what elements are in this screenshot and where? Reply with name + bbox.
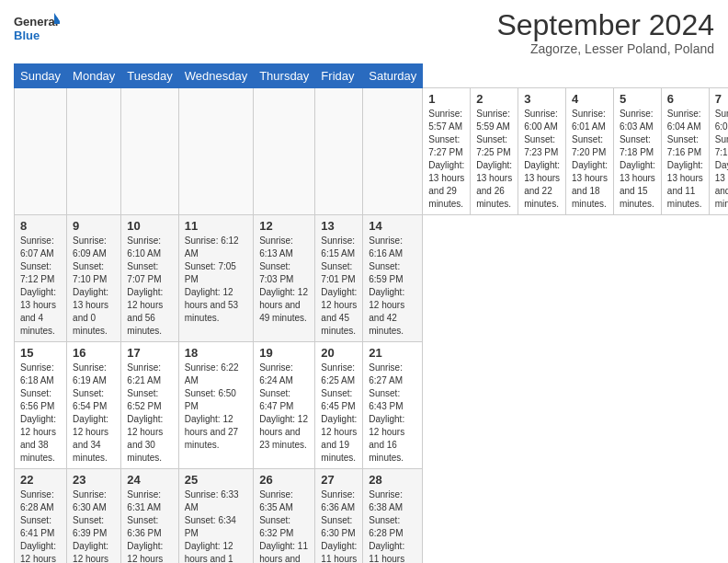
table-row: 7 Sunrise: 6:06 AM Sunset: 7:14 PM Dayli… [709, 88, 728, 215]
table-row: 18 Sunrise: 6:22 AM Sunset: 6:50 PM Dayl… [178, 342, 253, 469]
calendar-week-row: 1 Sunrise: 5:57 AM Sunset: 7:27 PM Dayli… [15, 88, 729, 215]
day-number: 18 [185, 346, 247, 360]
day-info: Sunrise: 6:13 AM Sunset: 7:03 PM Dayligh… [259, 235, 309, 325]
day-number: 4 [572, 92, 608, 106]
table-row: 14 Sunrise: 6:16 AM Sunset: 6:59 PM Dayl… [363, 215, 423, 342]
header-sunday: Sunday [15, 64, 67, 88]
table-row [254, 88, 315, 215]
day-number: 25 [185, 473, 247, 487]
day-info: Sunrise: 6:21 AM Sunset: 6:52 PM Dayligh… [127, 362, 172, 465]
svg-text:General: General [14, 15, 58, 29]
table-row: 9 Sunrise: 6:09 AM Sunset: 7:10 PM Dayli… [67, 215, 121, 342]
table-row: 8 Sunrise: 6:07 AM Sunset: 7:12 PM Dayli… [15, 215, 67, 342]
days-header-row: Sunday Monday Tuesday Wednesday Thursday… [15, 64, 729, 88]
day-info: Sunrise: 6:00 AM Sunset: 7:23 PM Dayligh… [524, 108, 560, 211]
day-info: Sunrise: 6:28 AM Sunset: 6:41 PM Dayligh… [20, 488, 61, 563]
day-number: 27 [321, 473, 357, 487]
day-info: Sunrise: 6:36 AM Sunset: 6:30 PM Dayligh… [321, 488, 357, 563]
table-row: 13 Sunrise: 6:15 AM Sunset: 7:01 PM Dayl… [315, 215, 363, 342]
day-info: Sunrise: 6:27 AM Sunset: 6:43 PM Dayligh… [369, 362, 416, 465]
day-number: 15 [20, 346, 61, 360]
day-info: Sunrise: 6:15 AM Sunset: 7:01 PM Dayligh… [321, 235, 357, 338]
header-monday: Monday [67, 64, 121, 88]
day-number: 23 [73, 473, 115, 487]
day-number: 19 [259, 346, 309, 360]
month-year-title: September 2024 [496, 9, 714, 41]
day-info: Sunrise: 6:19 AM Sunset: 6:54 PM Dayligh… [73, 362, 115, 465]
calendar-week-row: 15 Sunrise: 6:18 AM Sunset: 6:56 PM Dayl… [15, 342, 729, 469]
table-row: 15 Sunrise: 6:18 AM Sunset: 6:56 PM Dayl… [15, 342, 67, 469]
table-row: 27 Sunrise: 6:36 AM Sunset: 6:30 PM Dayl… [315, 469, 363, 563]
day-info: Sunrise: 6:09 AM Sunset: 7:10 PM Dayligh… [73, 235, 115, 338]
header-tuesday: Tuesday [121, 64, 178, 88]
day-number: 9 [73, 219, 115, 233]
table-row: 3 Sunrise: 6:00 AM Sunset: 7:23 PM Dayli… [518, 88, 566, 215]
day-info: Sunrise: 6:03 AM Sunset: 7:18 PM Dayligh… [620, 108, 655, 211]
header-wednesday: Wednesday [178, 64, 253, 88]
day-info: Sunrise: 6:35 AM Sunset: 6:32 PM Dayligh… [259, 488, 309, 563]
calendar-table: Sunday Monday Tuesday Wednesday Thursday… [14, 63, 728, 563]
day-info: Sunrise: 6:18 AM Sunset: 6:56 PM Dayligh… [20, 362, 61, 465]
day-info: Sunrise: 6:04 AM Sunset: 7:16 PM Dayligh… [667, 108, 703, 211]
day-number: 16 [73, 346, 115, 360]
table-row: 28 Sunrise: 6:38 AM Sunset: 6:28 PM Dayl… [363, 469, 423, 563]
day-number: 14 [369, 219, 416, 233]
table-row: 21 Sunrise: 6:27 AM Sunset: 6:43 PM Dayl… [363, 342, 423, 469]
day-number: 6 [667, 92, 703, 106]
svg-text:Blue: Blue [14, 29, 40, 42]
table-row [121, 88, 178, 215]
day-number: 28 [369, 473, 416, 487]
day-number: 12 [259, 219, 309, 233]
day-info: Sunrise: 6:06 AM Sunset: 7:14 PM Dayligh… [715, 108, 728, 211]
day-info: Sunrise: 6:38 AM Sunset: 6:28 PM Dayligh… [369, 488, 416, 563]
table-row: 2 Sunrise: 5:59 AM Sunset: 7:25 PM Dayli… [471, 88, 518, 215]
table-row: 5 Sunrise: 6:03 AM Sunset: 7:18 PM Dayli… [613, 88, 661, 215]
day-number: 22 [20, 473, 61, 487]
header-friday: Friday [315, 64, 363, 88]
day-number: 3 [524, 92, 560, 106]
table-row: 11 Sunrise: 6:12 AM Sunset: 7:05 PM Dayl… [178, 215, 253, 342]
day-number: 7 [715, 92, 728, 106]
table-row: 1 Sunrise: 5:57 AM Sunset: 7:27 PM Dayli… [423, 88, 471, 215]
table-row: 10 Sunrise: 6:10 AM Sunset: 7:07 PM Dayl… [121, 215, 178, 342]
logo-svg: General Blue [14, 9, 60, 46]
day-number: 26 [259, 473, 309, 487]
table-row [15, 88, 67, 215]
calendar-week-row: 8 Sunrise: 6:07 AM Sunset: 7:12 PM Dayli… [15, 215, 729, 342]
calendar-body: 1 Sunrise: 5:57 AM Sunset: 7:27 PM Dayli… [15, 88, 729, 563]
day-info: Sunrise: 6:12 AM Sunset: 7:05 PM Dayligh… [185, 235, 247, 325]
header-saturday: Saturday [363, 64, 423, 88]
table-row: 4 Sunrise: 6:01 AM Sunset: 7:20 PM Dayli… [566, 88, 614, 215]
day-number: 21 [369, 346, 416, 360]
day-number: 5 [620, 92, 655, 106]
day-info: Sunrise: 6:31 AM Sunset: 6:36 PM Dayligh… [127, 488, 172, 563]
day-info: Sunrise: 6:07 AM Sunset: 7:12 PM Dayligh… [20, 235, 61, 338]
header: General Blue September 2024 Zagorze, Les… [14, 9, 714, 56]
table-row: 26 Sunrise: 6:35 AM Sunset: 6:32 PM Dayl… [254, 469, 315, 563]
table-row: 24 Sunrise: 6:31 AM Sunset: 6:36 PM Dayl… [121, 469, 178, 563]
day-info: Sunrise: 6:30 AM Sunset: 6:39 PM Dayligh… [73, 488, 115, 563]
table-row [315, 88, 363, 215]
day-number: 24 [127, 473, 172, 487]
table-row: 17 Sunrise: 6:21 AM Sunset: 6:52 PM Dayl… [121, 342, 178, 469]
logo: General Blue [14, 9, 60, 46]
day-info: Sunrise: 6:33 AM Sunset: 6:34 PM Dayligh… [185, 488, 247, 563]
day-info: Sunrise: 6:24 AM Sunset: 6:47 PM Dayligh… [259, 362, 309, 452]
table-row: 19 Sunrise: 6:24 AM Sunset: 6:47 PM Dayl… [254, 342, 315, 469]
location-subtitle: Zagorze, Lesser Poland, Poland [496, 41, 714, 56]
calendar-week-row: 22 Sunrise: 6:28 AM Sunset: 6:41 PM Dayl… [15, 469, 729, 563]
day-info: Sunrise: 6:10 AM Sunset: 7:07 PM Dayligh… [127, 235, 172, 338]
day-number: 10 [127, 219, 172, 233]
day-number: 11 [185, 219, 247, 233]
title-block: September 2024 Zagorze, Lesser Poland, P… [496, 9, 714, 56]
table-row: 16 Sunrise: 6:19 AM Sunset: 6:54 PM Dayl… [67, 342, 121, 469]
page: General Blue September 2024 Zagorze, Les… [0, 0, 728, 563]
day-info: Sunrise: 5:59 AM Sunset: 7:25 PM Dayligh… [476, 108, 512, 211]
table-row: 20 Sunrise: 6:25 AM Sunset: 6:45 PM Dayl… [315, 342, 363, 469]
day-number: 2 [476, 92, 512, 106]
day-info: Sunrise: 6:22 AM Sunset: 6:50 PM Dayligh… [185, 362, 247, 452]
table-row [363, 88, 423, 215]
day-info: Sunrise: 6:01 AM Sunset: 7:20 PM Dayligh… [572, 108, 608, 211]
table-row: 23 Sunrise: 6:30 AM Sunset: 6:39 PM Dayl… [67, 469, 121, 563]
day-number: 17 [127, 346, 172, 360]
